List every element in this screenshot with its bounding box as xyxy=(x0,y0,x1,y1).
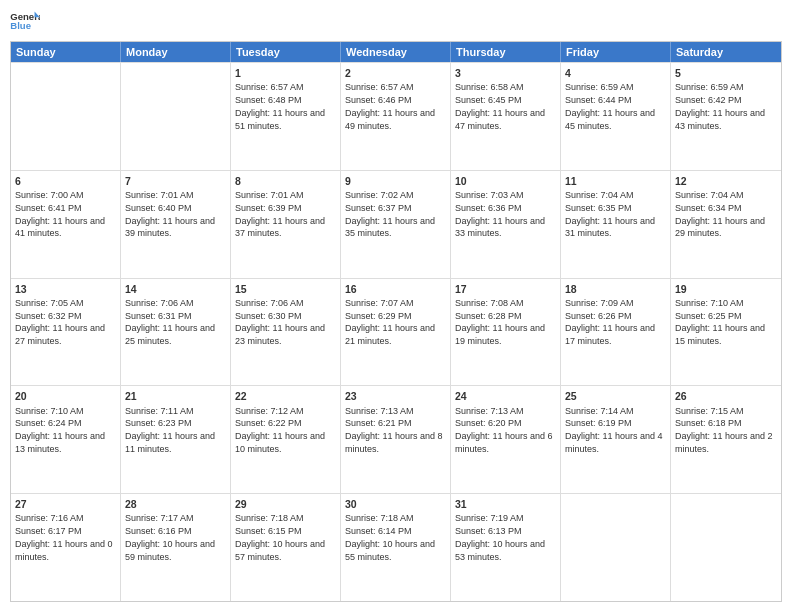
calendar-day-7: 7Sunrise: 7:01 AMSunset: 6:40 PMDaylight… xyxy=(121,171,231,278)
day-number: 27 xyxy=(15,497,116,511)
calendar-day-10: 10Sunrise: 7:03 AMSunset: 6:36 PMDayligh… xyxy=(451,171,561,278)
cell-info: Sunrise: 7:06 AMSunset: 6:30 PMDaylight:… xyxy=(235,298,325,346)
cell-info: Sunrise: 7:10 AMSunset: 6:25 PMDaylight:… xyxy=(675,298,765,346)
cell-info: Sunrise: 7:05 AMSunset: 6:32 PMDaylight:… xyxy=(15,298,105,346)
day-number: 21 xyxy=(125,389,226,403)
calendar-body: 1Sunrise: 6:57 AMSunset: 6:48 PMDaylight… xyxy=(11,62,781,601)
cell-info: Sunrise: 6:57 AMSunset: 6:46 PMDaylight:… xyxy=(345,82,435,130)
calendar-day-16: 16Sunrise: 7:07 AMSunset: 6:29 PMDayligh… xyxy=(341,279,451,386)
cell-info: Sunrise: 7:17 AMSunset: 6:16 PMDaylight:… xyxy=(125,513,215,561)
cell-info: Sunrise: 6:58 AMSunset: 6:45 PMDaylight:… xyxy=(455,82,545,130)
day-number: 29 xyxy=(235,497,336,511)
calendar-day-28: 28Sunrise: 7:17 AMSunset: 6:16 PMDayligh… xyxy=(121,494,231,601)
calendar-day-11: 11Sunrise: 7:04 AMSunset: 6:35 PMDayligh… xyxy=(561,171,671,278)
day-number: 22 xyxy=(235,389,336,403)
calendar-day-8: 8Sunrise: 7:01 AMSunset: 6:39 PMDaylight… xyxy=(231,171,341,278)
day-number: 3 xyxy=(455,66,556,80)
calendar-day-20: 20Sunrise: 7:10 AMSunset: 6:24 PMDayligh… xyxy=(11,386,121,493)
calendar-day-24: 24Sunrise: 7:13 AMSunset: 6:20 PMDayligh… xyxy=(451,386,561,493)
svg-text:Blue: Blue xyxy=(10,20,31,31)
logo-icon: General Blue xyxy=(10,10,40,35)
calendar-day-9: 9Sunrise: 7:02 AMSunset: 6:37 PMDaylight… xyxy=(341,171,451,278)
calendar-day-12: 12Sunrise: 7:04 AMSunset: 6:34 PMDayligh… xyxy=(671,171,781,278)
calendar-day-26: 26Sunrise: 7:15 AMSunset: 6:18 PMDayligh… xyxy=(671,386,781,493)
cell-info: Sunrise: 7:06 AMSunset: 6:31 PMDaylight:… xyxy=(125,298,215,346)
calendar-day-14: 14Sunrise: 7:06 AMSunset: 6:31 PMDayligh… xyxy=(121,279,231,386)
calendar-day-23: 23Sunrise: 7:13 AMSunset: 6:21 PMDayligh… xyxy=(341,386,451,493)
calendar-week-2: 6Sunrise: 7:00 AMSunset: 6:41 PMDaylight… xyxy=(11,170,781,278)
day-number: 6 xyxy=(15,174,116,188)
calendar-day-30: 30Sunrise: 7:18 AMSunset: 6:14 PMDayligh… xyxy=(341,494,451,601)
cell-info: Sunrise: 7:08 AMSunset: 6:28 PMDaylight:… xyxy=(455,298,545,346)
cell-info: Sunrise: 7:04 AMSunset: 6:35 PMDaylight:… xyxy=(565,190,655,238)
calendar-day-4: 4Sunrise: 6:59 AMSunset: 6:44 PMDaylight… xyxy=(561,63,671,170)
cell-info: Sunrise: 7:18 AMSunset: 6:14 PMDaylight:… xyxy=(345,513,435,561)
cell-info: Sunrise: 7:13 AMSunset: 6:21 PMDaylight:… xyxy=(345,406,443,454)
cell-info: Sunrise: 6:57 AMSunset: 6:48 PMDaylight:… xyxy=(235,82,325,130)
day-number: 30 xyxy=(345,497,446,511)
calendar-day-2: 2Sunrise: 6:57 AMSunset: 6:46 PMDaylight… xyxy=(341,63,451,170)
header-day-wednesday: Wednesday xyxy=(341,42,451,62)
calendar-day-1: 1Sunrise: 6:57 AMSunset: 6:48 PMDaylight… xyxy=(231,63,341,170)
cell-info: Sunrise: 7:01 AMSunset: 6:40 PMDaylight:… xyxy=(125,190,215,238)
header-day-monday: Monday xyxy=(121,42,231,62)
day-number: 18 xyxy=(565,282,666,296)
day-number: 23 xyxy=(345,389,446,403)
calendar-header-row: SundayMondayTuesdayWednesdayThursdayFrid… xyxy=(11,42,781,62)
calendar-day-5: 5Sunrise: 6:59 AMSunset: 6:42 PMDaylight… xyxy=(671,63,781,170)
day-number: 15 xyxy=(235,282,336,296)
calendar-day-18: 18Sunrise: 7:09 AMSunset: 6:26 PMDayligh… xyxy=(561,279,671,386)
day-number: 2 xyxy=(345,66,446,80)
day-number: 31 xyxy=(455,497,556,511)
day-number: 25 xyxy=(565,389,666,403)
day-number: 20 xyxy=(15,389,116,403)
day-number: 8 xyxy=(235,174,336,188)
header-day-thursday: Thursday xyxy=(451,42,561,62)
cell-info: Sunrise: 7:19 AMSunset: 6:13 PMDaylight:… xyxy=(455,513,545,561)
calendar-day-3: 3Sunrise: 6:58 AMSunset: 6:45 PMDaylight… xyxy=(451,63,561,170)
cell-info: Sunrise: 7:15 AMSunset: 6:18 PMDaylight:… xyxy=(675,406,773,454)
calendar-day-19: 19Sunrise: 7:10 AMSunset: 6:25 PMDayligh… xyxy=(671,279,781,386)
calendar-day-17: 17Sunrise: 7:08 AMSunset: 6:28 PMDayligh… xyxy=(451,279,561,386)
cell-info: Sunrise: 7:16 AMSunset: 6:17 PMDaylight:… xyxy=(15,513,113,561)
calendar-day-31: 31Sunrise: 7:19 AMSunset: 6:13 PMDayligh… xyxy=(451,494,561,601)
calendar-empty-cell xyxy=(11,63,121,170)
cell-info: Sunrise: 7:03 AMSunset: 6:36 PMDaylight:… xyxy=(455,190,545,238)
cell-info: Sunrise: 7:09 AMSunset: 6:26 PMDaylight:… xyxy=(565,298,655,346)
calendar-day-29: 29Sunrise: 7:18 AMSunset: 6:15 PMDayligh… xyxy=(231,494,341,601)
cell-info: Sunrise: 7:10 AMSunset: 6:24 PMDaylight:… xyxy=(15,406,105,454)
day-number: 13 xyxy=(15,282,116,296)
cell-info: Sunrise: 6:59 AMSunset: 6:42 PMDaylight:… xyxy=(675,82,765,130)
day-number: 11 xyxy=(565,174,666,188)
header-day-tuesday: Tuesday xyxy=(231,42,341,62)
day-number: 7 xyxy=(125,174,226,188)
header-day-friday: Friday xyxy=(561,42,671,62)
header-day-sunday: Sunday xyxy=(11,42,121,62)
cell-info: Sunrise: 7:13 AMSunset: 6:20 PMDaylight:… xyxy=(455,406,553,454)
header-day-saturday: Saturday xyxy=(671,42,781,62)
day-number: 14 xyxy=(125,282,226,296)
calendar-empty-cell xyxy=(671,494,781,601)
cell-info: Sunrise: 7:07 AMSunset: 6:29 PMDaylight:… xyxy=(345,298,435,346)
header: General Blue xyxy=(10,10,782,35)
cell-info: Sunrise: 7:14 AMSunset: 6:19 PMDaylight:… xyxy=(565,406,663,454)
day-number: 16 xyxy=(345,282,446,296)
day-number: 9 xyxy=(345,174,446,188)
calendar-day-15: 15Sunrise: 7:06 AMSunset: 6:30 PMDayligh… xyxy=(231,279,341,386)
day-number: 19 xyxy=(675,282,777,296)
day-number: 1 xyxy=(235,66,336,80)
logo: General Blue xyxy=(10,10,40,35)
day-number: 24 xyxy=(455,389,556,403)
day-number: 17 xyxy=(455,282,556,296)
cell-info: Sunrise: 7:12 AMSunset: 6:22 PMDaylight:… xyxy=(235,406,325,454)
calendar-week-1: 1Sunrise: 6:57 AMSunset: 6:48 PMDaylight… xyxy=(11,62,781,170)
calendar-day-22: 22Sunrise: 7:12 AMSunset: 6:22 PMDayligh… xyxy=(231,386,341,493)
calendar-day-6: 6Sunrise: 7:00 AMSunset: 6:41 PMDaylight… xyxy=(11,171,121,278)
cell-info: Sunrise: 7:01 AMSunset: 6:39 PMDaylight:… xyxy=(235,190,325,238)
page: General Blue SundayMondayTuesdayWednesda… xyxy=(0,0,792,612)
cell-info: Sunrise: 6:59 AMSunset: 6:44 PMDaylight:… xyxy=(565,82,655,130)
calendar-day-13: 13Sunrise: 7:05 AMSunset: 6:32 PMDayligh… xyxy=(11,279,121,386)
calendar-empty-cell xyxy=(121,63,231,170)
calendar-day-21: 21Sunrise: 7:11 AMSunset: 6:23 PMDayligh… xyxy=(121,386,231,493)
cell-info: Sunrise: 7:18 AMSunset: 6:15 PMDaylight:… xyxy=(235,513,325,561)
